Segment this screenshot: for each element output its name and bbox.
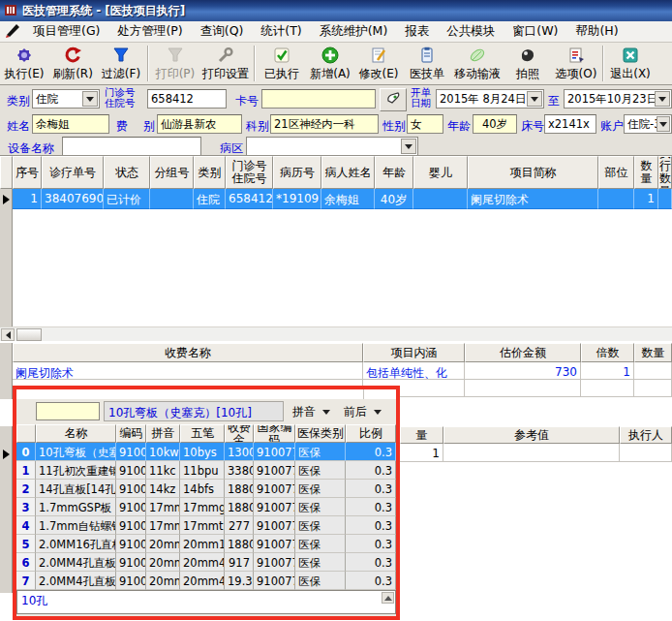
- detail-grid-row[interactable]: 1: [400, 444, 672, 462]
- detail-cell-0[interactable]: 1: [400, 444, 443, 462]
- toolbar-button-4[interactable]: 打印设置: [199, 43, 252, 84]
- lookup-cell-0-3[interactable]: 10kw: [146, 443, 180, 461]
- toolbar-button-11[interactable]: 选项(O): [552, 43, 600, 84]
- horizontal-scrollbar[interactable]: [0, 326, 672, 341]
- orders-cell-10[interactable]: 阑尾切除术: [468, 189, 598, 209]
- lookup-cell-6-8[interactable]: 0.3: [346, 553, 396, 572]
- charge-cell-3[interactable]: 1: [581, 362, 634, 380]
- menu-item-8[interactable]: 帮助(H): [566, 21, 626, 42]
- chevron-down-icon[interactable]: [527, 91, 542, 107]
- lookup-cell-2-2[interactable]: 9100: [116, 480, 146, 498]
- orders-cell-13[interactable]: [658, 189, 672, 209]
- orders-cell-4[interactable]: 住院: [194, 189, 226, 209]
- lookup-cell-0-2[interactable]: 9100: [116, 443, 146, 461]
- chevron-down-icon[interactable]: [401, 139, 416, 154]
- lookup-cell-0-6[interactable]: 910077: [254, 443, 295, 461]
- lookup-cell-4-3[interactable]: 17mm: [146, 516, 180, 535]
- lookup-cell-7-2[interactable]: 9100: [116, 572, 146, 590]
- lookup-cell-6-4[interactable]: 20mm4: [180, 553, 225, 572]
- ward-select[interactable]: [246, 137, 418, 156]
- lookup-cell-2-1[interactable]: 14孔直板[14孔: [36, 480, 116, 498]
- lookup-cell-2-4[interactable]: 14bfs: [180, 480, 225, 498]
- charge-empty-cell-4[interactable]: [634, 380, 672, 397]
- charge-cell-4[interactable]: [634, 362, 672, 380]
- match-mode-dropdown[interactable]: 前后: [344, 404, 382, 420]
- lookup-cell-7-6[interactable]: 910077: [254, 572, 295, 590]
- lookup-cell-0-0[interactable]: 0: [16, 443, 36, 461]
- chevron-down-icon[interactable]: [82, 91, 98, 107]
- chevron-down-icon[interactable]: [657, 116, 670, 132]
- toolbar-button-0[interactable]: 执行(E): [0, 43, 48, 84]
- lookup-cell-6-2[interactable]: 9100: [116, 553, 146, 572]
- lookup-cell-4-5[interactable]: 277: [225, 516, 254, 535]
- orders-cell-9[interactable]: [413, 189, 468, 209]
- lookup-row-2[interactable]: 214孔直板[14孔910014kz14bfs1880910077医保0.3: [16, 480, 396, 498]
- lookup-cell-1-6[interactable]: 910077: [254, 461, 295, 480]
- lookup-cell-3-7[interactable]: 医保: [295, 498, 346, 516]
- lookup-cell-6-0[interactable]: 6: [16, 553, 36, 572]
- lookup-row-6[interactable]: 62.0MM4孔直板4910020mm20mm4917910077医保0.3: [16, 553, 396, 572]
- lookup-cell-0-4[interactable]: 10bys: [180, 443, 225, 461]
- lookup-cell-2-6[interactable]: 910077: [254, 480, 295, 498]
- lookup-row-5[interactable]: 52.0MM16孔直板910020mm20mm11880910077医保0.3: [16, 535, 396, 553]
- lookup-cell-2-5[interactable]: 1880: [225, 480, 254, 498]
- lookup-cell-0-8[interactable]: 0.3: [346, 443, 396, 461]
- lookup-cell-7-4[interactable]: 20mm4: [180, 572, 225, 590]
- orders-cell-6[interactable]: *19109: [273, 189, 321, 209]
- lookup-cell-1-3[interactable]: 11kc: [146, 461, 180, 480]
- lookup-cell-1-8[interactable]: 0.3: [346, 461, 396, 480]
- lookup-cell-1-2[interactable]: 9100: [116, 461, 146, 480]
- lookup-row-7[interactable]: 72.0MM4孔直板8910020mm20mm419.36910077医保0.3: [16, 572, 396, 590]
- card-no-field[interactable]: [261, 89, 376, 109]
- lookup-cell-2-8[interactable]: 0.3: [346, 480, 396, 498]
- charge-grid-row[interactable]: 阑尾切除术包括单纯性、化7301: [13, 362, 672, 380]
- detail-cell-2[interactable]: [620, 444, 672, 462]
- toolbar-button-9[interactable]: 移动输液: [451, 43, 504, 84]
- lookup-cell-5-5[interactable]: 1880: [225, 535, 254, 553]
- toolbar-button-2[interactable]: 过滤(F): [97, 43, 145, 84]
- toolbar-button-8[interactable]: 医技单: [403, 43, 451, 84]
- orders-cell-1[interactable]: 38407690: [42, 189, 104, 209]
- lookup-cell-1-1[interactable]: 11孔初次重建钢: [36, 461, 116, 480]
- toolbar-button-6[interactable]: 新增(A): [306, 43, 354, 84]
- detail-cell-1[interactable]: [443, 444, 620, 462]
- lookup-cell-4-8[interactable]: 0.3: [346, 516, 396, 535]
- scroll-left-button[interactable]: [1, 328, 15, 341]
- lookup-cell-4-7[interactable]: 医保: [295, 516, 346, 535]
- lookup-cell-5-1[interactable]: 2.0MM16孔直板: [36, 535, 116, 553]
- toolbar-button-12[interactable]: 退出(X): [606, 43, 655, 84]
- lookup-cell-3-2[interactable]: 9100: [116, 498, 146, 516]
- lookup-cell-3-8[interactable]: 0.3: [346, 498, 396, 516]
- account-select[interactable]: 住院-353: [624, 114, 672, 134]
- toolbar-button-7[interactable]: 修改(E): [354, 43, 403, 84]
- date-to-picker[interactable]: 2015年10月23日: [564, 89, 672, 109]
- menu-item-1[interactable]: 处方管理(P): [108, 21, 191, 42]
- lookup-cell-4-0[interactable]: 4: [16, 516, 36, 535]
- menu-item-2[interactable]: 查询(Q): [192, 21, 253, 42]
- lookup-cell-4-6[interactable]: 910077: [254, 516, 295, 535]
- item-memo-box[interactable]: 10孔: [16, 590, 396, 614]
- lookup-row-4[interactable]: 41.7mm自钻螺钉910017mm17mmt277910077医保0.3: [16, 516, 396, 535]
- charge-cell-0[interactable]: 阑尾切除术: [13, 362, 363, 380]
- orders-cell-11[interactable]: [598, 189, 634, 209]
- lookup-cell-1-4[interactable]: 11bpu: [180, 461, 225, 480]
- memo-scroll-up-button[interactable]: [382, 592, 394, 604]
- lookup-row-0[interactable]: 010孔弯板（史塞910010kw10bys1300910077医保0.3: [16, 443, 396, 461]
- lookup-cell-5-7[interactable]: 医保: [295, 535, 346, 553]
- lookup-cell-6-7[interactable]: 医保: [295, 553, 346, 572]
- gender-field[interactable]: 女: [407, 114, 443, 134]
- lookup-cell-6-5[interactable]: 917: [225, 553, 254, 572]
- lookup-cell-4-2[interactable]: 9100: [116, 516, 146, 535]
- chevron-down-icon[interactable]: [655, 91, 670, 107]
- name-field[interactable]: 余梅姐: [32, 114, 109, 134]
- menu-item-5[interactable]: 报表: [396, 21, 438, 42]
- device-name-field[interactable]: [62, 137, 201, 156]
- orders-cell-8[interactable]: 40岁: [375, 189, 413, 209]
- toolbar-button-5[interactable]: 已执行: [258, 43, 306, 84]
- lookup-cell-5-6[interactable]: 910077: [254, 535, 295, 553]
- orders-cell-5[interactable]: 658412: [226, 189, 273, 209]
- lookup-cell-6-6[interactable]: 910077: [254, 553, 295, 572]
- lookup-cell-1-5[interactable]: 3380: [225, 461, 254, 480]
- menu-item-6[interactable]: 公共模块: [438, 21, 504, 42]
- lookup-cell-5-3[interactable]: 20mm: [146, 535, 180, 553]
